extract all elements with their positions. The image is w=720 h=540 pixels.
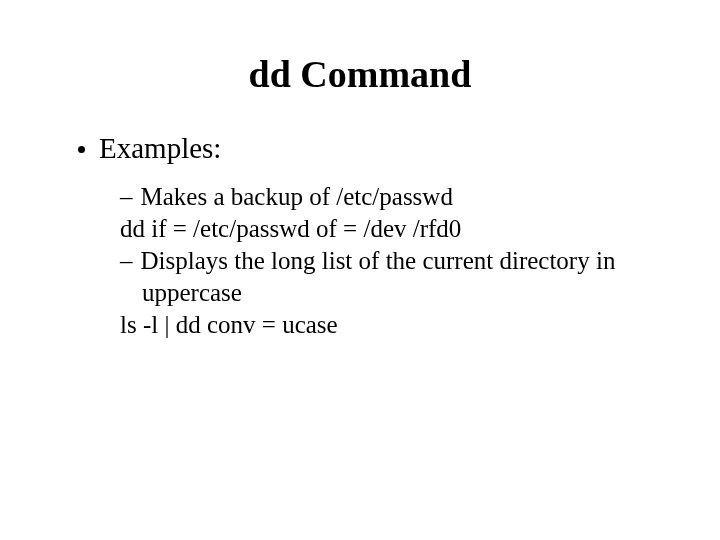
slide: dd Command Examples: – Makes a backup of… — [0, 0, 720, 540]
dash-icon: – — [120, 245, 133, 277]
code-line-2: ls -l | dd conv = ucase — [120, 309, 672, 341]
slide-body: Examples: – Makes a backup of /etc/passw… — [0, 132, 720, 341]
dash-icon: – — [120, 181, 133, 213]
sub-item-1-text: Makes a backup of /etc/passwd — [141, 181, 453, 213]
sub-item-2-continuation: uppercase — [120, 277, 672, 309]
sub-bullets: – Makes a backup of /etc/passwd dd if = … — [78, 181, 672, 341]
sub-item-1: – Makes a backup of /etc/passwd — [120, 181, 672, 213]
sub-item-2-text: Displays the long list of the current di… — [141, 245, 616, 277]
bullet-text: Examples: — [99, 132, 221, 165]
sub-item-2: – Displays the long list of the current … — [120, 245, 672, 277]
bullet-examples: Examples: — [78, 132, 672, 165]
code-line-1: dd if = /etc/passwd of = /dev /rfd0 — [120, 213, 672, 245]
slide-title: dd Command — [0, 0, 720, 132]
bullet-dot-icon — [78, 146, 85, 153]
